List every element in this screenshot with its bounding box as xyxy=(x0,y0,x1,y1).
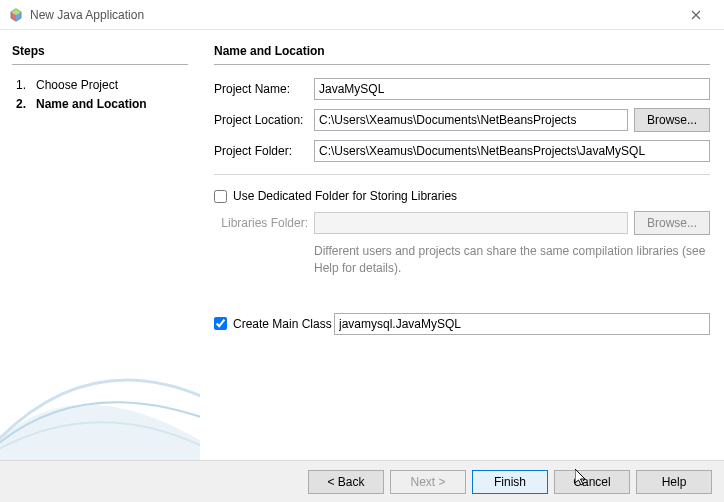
libraries-folder-label: Libraries Folder: xyxy=(214,216,314,230)
decorative-swoosh xyxy=(0,300,200,460)
create-main-class-label[interactable]: Create Main Class xyxy=(233,317,332,331)
project-folder-input[interactable] xyxy=(314,140,710,162)
use-dedicated-folder-checkbox[interactable] xyxy=(214,190,227,203)
cancel-button[interactable]: Cancel xyxy=(554,470,630,494)
back-button[interactable]: < Back xyxy=(308,470,384,494)
step-1: 1.Choose Project xyxy=(16,76,188,95)
finish-button[interactable]: Finish xyxy=(472,470,548,494)
project-name-label: Project Name: xyxy=(214,82,314,96)
browse-location-button[interactable]: Browse... xyxy=(634,108,710,132)
project-folder-label: Project Folder: xyxy=(214,144,314,158)
steps-sidebar: Steps 1.Choose Project 2.Name and Locati… xyxy=(0,30,200,460)
main-panel: Name and Location Project Name: Project … xyxy=(200,30,724,460)
create-main-class-checkbox[interactable] xyxy=(214,317,227,330)
steps-heading: Steps xyxy=(12,44,188,58)
project-location-input[interactable] xyxy=(314,109,628,131)
titlebar: New Java Application xyxy=(0,0,724,30)
window-title: New Java Application xyxy=(30,8,676,22)
browse-libraries-button: Browse... xyxy=(634,211,710,235)
libraries-folder-input xyxy=(314,212,628,234)
libraries-hint: Different users and projects can share t… xyxy=(314,243,710,277)
netbeans-icon xyxy=(8,7,24,23)
next-button: Next > xyxy=(390,470,466,494)
main-heading: Name and Location xyxy=(214,44,710,58)
wizard-footer: < Back Next > Finish Cancel Help xyxy=(0,460,724,502)
close-button[interactable] xyxy=(676,1,716,29)
project-name-input[interactable] xyxy=(314,78,710,100)
project-location-label: Project Location: xyxy=(214,113,314,127)
help-button[interactable]: Help xyxy=(636,470,712,494)
create-main-class-input[interactable] xyxy=(334,313,710,335)
use-dedicated-folder-label[interactable]: Use Dedicated Folder for Storing Librari… xyxy=(233,189,457,203)
step-2: 2.Name and Location xyxy=(16,95,188,114)
